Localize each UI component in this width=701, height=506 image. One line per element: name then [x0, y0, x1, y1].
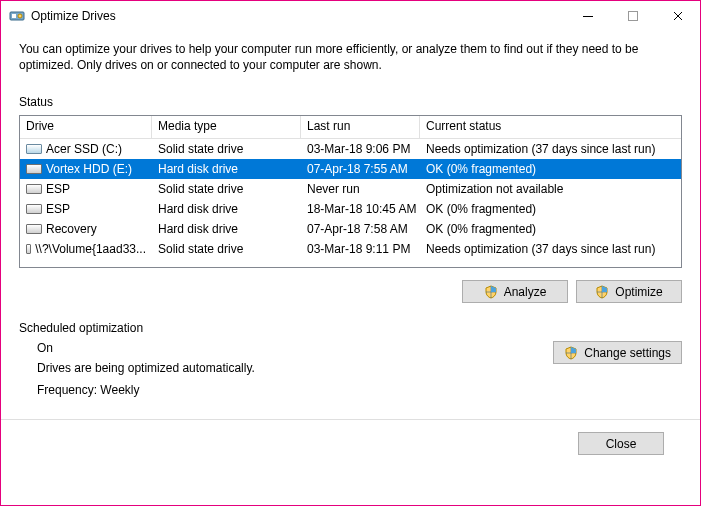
app-icon — [9, 8, 25, 24]
analyze-label: Analyze — [504, 285, 547, 299]
optimize-button[interactable]: Optimize — [576, 280, 682, 303]
shield-icon — [595, 285, 609, 299]
analyze-button[interactable]: Analyze — [462, 280, 568, 303]
ssd-icon — [26, 144, 42, 154]
scheduled-on: On — [37, 341, 533, 355]
table-row[interactable]: \\?\Volume{1aad33...Solid state drive03-… — [20, 239, 681, 259]
change-settings-label: Change settings — [584, 346, 671, 360]
table-row[interactable]: Acer SSD (C:)Solid state drive03-Mar-18 … — [20, 139, 681, 159]
col-last[interactable]: Last run — [301, 116, 420, 139]
drive-last: 07-Apr-18 7:58 AM — [301, 222, 420, 236]
table-row[interactable]: ESPHard disk drive18-Mar-18 10:45 AMOK (… — [20, 199, 681, 219]
shield-icon — [564, 346, 578, 360]
drive-status: OK (0% fragmented) — [420, 162, 681, 176]
close-button[interactable]: Close — [578, 432, 664, 455]
col-status[interactable]: Current status — [420, 116, 681, 139]
hdd-icon — [26, 224, 42, 234]
hdd-icon — [26, 184, 42, 194]
maximize-button[interactable] — [610, 1, 655, 31]
hdd-icon — [26, 244, 31, 254]
status-label: Status — [19, 95, 682, 109]
drive-status: OK (0% fragmented) — [420, 202, 681, 216]
drive-media: Hard disk drive — [152, 222, 301, 236]
scheduled-freq: Frequency: Weekly — [37, 383, 533, 397]
drive-status: OK (0% fragmented) — [420, 222, 681, 236]
drive-media: Hard disk drive — [152, 202, 301, 216]
table-row[interactable]: ESPSolid state driveNever runOptimizatio… — [20, 179, 681, 199]
scheduled-info: On Drives are being optimized automatica… — [19, 341, 533, 405]
hdd-icon — [26, 164, 42, 174]
scheduled-label: Scheduled optimization — [19, 321, 682, 335]
drive-media: Hard disk drive — [152, 162, 301, 176]
minimize-button[interactable] — [565, 1, 610, 31]
drive-name: Recovery — [46, 222, 97, 236]
drives-table: Drive Media type Last run Current status… — [19, 115, 682, 268]
drive-name: ESP — [46, 182, 70, 196]
table-header: Drive Media type Last run Current status — [20, 116, 681, 139]
table-row[interactable]: Vortex HDD (E:)Hard disk drive07-Apr-18 … — [20, 159, 681, 179]
drive-last: 03-Mar-18 9:11 PM — [301, 242, 420, 256]
svg-rect-1 — [12, 14, 16, 18]
svg-point-2 — [18, 14, 22, 18]
drive-name: ESP — [46, 202, 70, 216]
drive-name: Acer SSD (C:) — [46, 142, 122, 156]
shield-icon — [484, 285, 498, 299]
drive-last: 07-Apr-18 7:55 AM — [301, 162, 420, 176]
drive-media: Solid state drive — [152, 182, 301, 196]
scheduled-desc: Drives are being optimized automatically… — [37, 361, 533, 375]
titlebar: Optimize Drives — [1, 1, 700, 31]
close-window-button[interactable] — [655, 1, 700, 31]
drive-media: Solid state drive — [152, 142, 301, 156]
drive-last: 03-Mar-18 9:06 PM — [301, 142, 420, 156]
table-row[interactable]: RecoveryHard disk drive07-Apr-18 7:58 AM… — [20, 219, 681, 239]
change-settings-button[interactable]: Change settings — [553, 341, 682, 364]
hdd-icon — [26, 204, 42, 214]
col-media[interactable]: Media type — [152, 116, 301, 139]
drive-media: Solid state drive — [152, 242, 301, 256]
drive-name: Vortex HDD (E:) — [46, 162, 132, 176]
drive-status: Optimization not available — [420, 182, 681, 196]
drive-last: 18-Mar-18 10:45 AM — [301, 202, 420, 216]
drive-status: Needs optimization (37 days since last r… — [420, 142, 681, 156]
window-title: Optimize Drives — [31, 9, 565, 23]
col-drive[interactable]: Drive — [20, 116, 152, 139]
drive-status: Needs optimization (37 days since last r… — [420, 242, 681, 256]
intro-text: You can optimize your drives to help you… — [19, 41, 682, 73]
drive-last: Never run — [301, 182, 420, 196]
close-label: Close — [606, 437, 637, 451]
drive-name: \\?\Volume{1aad33... — [35, 242, 146, 256]
optimize-label: Optimize — [615, 285, 662, 299]
